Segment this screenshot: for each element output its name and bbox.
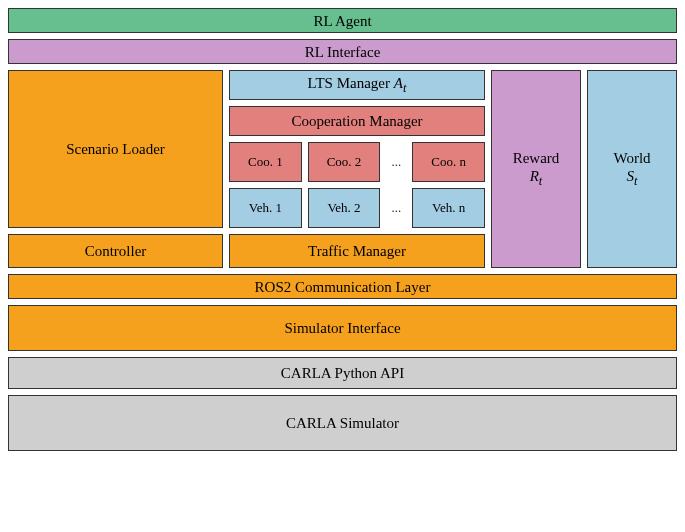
lts-manager-box: LTS Manager At	[229, 70, 485, 100]
world-label: World St	[613, 149, 650, 189]
veh-ellipsis: ...	[386, 188, 406, 228]
veh-n-box: Veh. n	[412, 188, 485, 228]
coo-ellipsis: ...	[386, 142, 406, 182]
reward-label: Reward Rt	[513, 149, 560, 189]
carla-simulator-label: CARLA Simulator	[286, 414, 399, 432]
controller-box: Controller	[8, 234, 223, 268]
controller-label: Controller	[85, 242, 147, 260]
coo-1-box: Coo. 1	[229, 142, 302, 182]
coo-row: Coo. 1 Coo. 2 ... Coo. n	[229, 142, 485, 182]
ros2-label: ROS2 Communication Layer	[255, 278, 431, 296]
scenario-loader-label: Scenario Loader	[66, 140, 165, 158]
coo-2-box: Coo. 2	[308, 142, 381, 182]
carla-api-label: CARLA Python API	[281, 364, 404, 382]
rl-interface-box: RL Interface	[8, 39, 677, 64]
simulator-interface-label: Simulator Interface	[284, 319, 400, 337]
veh-2-box: Veh. 2	[308, 188, 381, 228]
veh-row: Veh. 1 Veh. 2 ... Veh. n	[229, 188, 485, 228]
carla-api-box: CARLA Python API	[8, 357, 677, 389]
mid-column: LTS Manager At Cooperation Manager Coo. …	[229, 70, 485, 268]
reward-box: Reward Rt	[491, 70, 581, 268]
mid-upper-group: LTS Manager At Cooperation Manager Coo. …	[229, 70, 485, 228]
lts-manager-label: LTS Manager At	[308, 74, 407, 96]
rl-interface-label: RL Interface	[305, 43, 381, 61]
traffic-manager-box: Traffic Manager	[229, 234, 485, 268]
cooperation-manager-box: Cooperation Manager	[229, 106, 485, 136]
rl-agent-label: RL Agent	[313, 12, 371, 30]
left-column: Scenario Loader Controller	[8, 70, 223, 268]
simulator-interface-box: Simulator Interface	[8, 305, 677, 351]
rl-agent-box: RL Agent	[8, 8, 677, 33]
carla-simulator-box: CARLA Simulator	[8, 395, 677, 451]
veh-1-box: Veh. 1	[229, 188, 302, 228]
traffic-manager-label: Traffic Manager	[308, 242, 406, 260]
coo-n-box: Coo. n	[412, 142, 485, 182]
cooperation-manager-label: Cooperation Manager	[291, 112, 422, 130]
world-box: World St	[587, 70, 677, 268]
ros2-box: ROS2 Communication Layer	[8, 274, 677, 299]
scenario-loader-box: Scenario Loader	[8, 70, 223, 228]
middle-section: Scenario Loader Controller LTS Manager A…	[8, 70, 677, 268]
